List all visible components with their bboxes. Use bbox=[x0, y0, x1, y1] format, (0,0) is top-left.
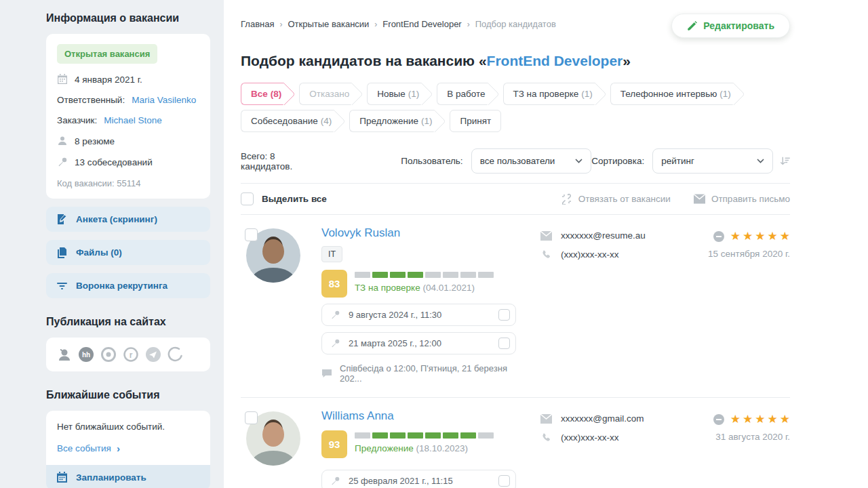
progress-segment bbox=[478, 432, 494, 439]
list-controls: Всего: 8 кандидатов. Пользователь: все п… bbox=[241, 148, 790, 174]
meeting-checkbox[interactable] bbox=[498, 338, 510, 349]
comment-bubble-icon bbox=[321, 368, 332, 379]
paper-plane-icon[interactable] bbox=[145, 346, 161, 363]
document-pencil-icon bbox=[56, 214, 68, 225]
tab-предложение[interactable]: Предложение(1) bbox=[349, 110, 435, 132]
star-icon[interactable]: ★ bbox=[755, 230, 765, 242]
microphone-icon bbox=[330, 310, 340, 320]
microphone-icon bbox=[330, 476, 340, 486]
tab-в-работе[interactable]: В работе bbox=[437, 83, 488, 105]
sidebar-title: Информация о вакансии bbox=[46, 12, 210, 24]
star-icon[interactable]: ★ bbox=[743, 413, 753, 425]
phone-icon bbox=[540, 433, 552, 443]
stage-progress-bar bbox=[355, 272, 494, 278]
meeting-item[interactable]: 25 февраля 2021 г., 11:15 bbox=[321, 470, 516, 488]
progress-segment bbox=[355, 272, 370, 278]
sidebar-item-label: Файлы (0) bbox=[76, 247, 122, 258]
candidate-name-link[interactable]: Williams Anna bbox=[321, 409, 394, 422]
progress-segment bbox=[478, 272, 494, 278]
headhunter-hh-icon[interactable]: hh bbox=[78, 346, 94, 363]
tab-label: ТЗ на проверке bbox=[513, 89, 579, 99]
progress-segment bbox=[425, 432, 441, 439]
total-count: Всего: 8 кандидатов. bbox=[241, 151, 319, 171]
remove-rating-icon[interactable] bbox=[713, 414, 724, 425]
candidate-added-date: 15 сентября 2020 г. bbox=[708, 249, 790, 259]
svg-text:hh: hh bbox=[82, 351, 90, 359]
meeting-checkbox[interactable] bbox=[498, 309, 510, 321]
robota-person-icon[interactable] bbox=[56, 346, 72, 363]
microphone-icon bbox=[57, 157, 68, 167]
remove-rating-icon[interactable] bbox=[713, 231, 724, 242]
calendar-icon bbox=[57, 74, 68, 85]
star-icon[interactable]: ★ bbox=[730, 413, 741, 425]
responsible-label: Ответственный: bbox=[57, 95, 125, 105]
tab-новые[interactable]: Новые(1) bbox=[367, 83, 422, 105]
customer-link[interactable]: Michael Stone bbox=[104, 115, 162, 125]
star-icon[interactable]: ★ bbox=[780, 413, 790, 425]
schedule-button[interactable]: Запланировать bbox=[46, 465, 210, 488]
sidebar-item-files[interactable]: Файлы (0) bbox=[46, 240, 210, 265]
funnel-icon bbox=[56, 280, 68, 291]
responsible-link[interactable]: Maria Vasilenko bbox=[132, 95, 196, 105]
sort-label: Сортировка: bbox=[591, 156, 644, 166]
r-circle-icon[interactable]: r bbox=[123, 346, 139, 363]
meeting-checkbox[interactable] bbox=[498, 475, 510, 487]
star-icon[interactable]: ★ bbox=[755, 413, 765, 425]
tab-тз-на-проверке[interactable]: ТЗ на проверке(1) bbox=[503, 83, 595, 105]
user-select[interactable]: все пользователи bbox=[471, 148, 592, 174]
candidate-added-date: 31 августа 2020 г. bbox=[713, 432, 790, 442]
sort-direction-icon[interactable] bbox=[780, 155, 790, 167]
send-letter-button[interactable]: Отправить письмо bbox=[694, 193, 790, 205]
star-icon[interactable]: ★ bbox=[743, 230, 753, 242]
vacancy-date-row: 4 января 2021 г. bbox=[57, 74, 199, 85]
breadcrumb-item[interactable]: FrontEnd Developer bbox=[382, 19, 461, 29]
tab-все[interactable]: Все(8) bbox=[241, 83, 284, 105]
dot-circle-icon[interactable] bbox=[100, 346, 117, 363]
star-icon[interactable]: ★ bbox=[780, 230, 790, 242]
breadcrumb-item[interactable]: Открытые вакансии bbox=[288, 19, 369, 29]
open-circle-icon[interactable] bbox=[167, 346, 184, 363]
customer-row: Заказчик: Michael Stone bbox=[57, 115, 199, 125]
events-card: Нет ближайших событий. Все события › bbox=[46, 411, 210, 465]
sidebar-item-questionnaire[interactable]: Анкета (скрининг) bbox=[46, 207, 210, 232]
tab-телефонное-интервью[interactable]: Телефонное интервью(1) bbox=[610, 83, 734, 105]
user-filter-label: Пользователь: bbox=[401, 156, 462, 166]
envelope-icon bbox=[540, 231, 552, 241]
tab-принят[interactable]: Принят bbox=[450, 110, 501, 132]
page-title: Подбор кандидатов на вакансию «FrontEnd … bbox=[241, 53, 790, 69]
edit-button[interactable]: Редактировать bbox=[671, 14, 790, 38]
tab-отказано[interactable]: Отказано bbox=[299, 83, 352, 105]
star-icon[interactable]: ★ bbox=[768, 230, 778, 242]
candidate-checkbox[interactable] bbox=[245, 411, 258, 424]
progress-segment bbox=[460, 272, 476, 278]
meeting-item[interactable]: 21 марта 2025 г., 12:00 bbox=[321, 332, 516, 354]
tab-label: Отказано bbox=[309, 89, 349, 99]
candidate-email: xxxxxxx@resume.au bbox=[561, 230, 646, 241]
candidate-checkbox[interactable] bbox=[245, 228, 258, 241]
progress-segment bbox=[443, 432, 458, 439]
tab-label: Все bbox=[251, 89, 268, 99]
breadcrumb-item[interactable]: Главная bbox=[241, 19, 274, 29]
files-icon bbox=[56, 247, 68, 258]
tab-count: (1) bbox=[719, 89, 731, 99]
candidate-name-link[interactable]: Volovyk Ruslan bbox=[321, 226, 400, 239]
vacancy-name: FrontEnd Developer bbox=[487, 53, 623, 68]
all-events-link[interactable]: Все события › bbox=[57, 443, 120, 454]
person-icon bbox=[57, 136, 68, 146]
sidebar-item-label: Воронка рекрутинга bbox=[76, 281, 167, 291]
tab-собеседование[interactable]: Собеседование(4) bbox=[241, 110, 334, 132]
candidate-comment: Співбесіда о 12:00, П'ятниця, 21 березня… bbox=[321, 363, 516, 384]
meeting-item[interactable]: 9 августа 2024 г., 11:30 bbox=[321, 304, 516, 326]
candidate-status: Предложение (18.10.2023) bbox=[355, 443, 494, 453]
star-icon[interactable]: ★ bbox=[768, 413, 778, 425]
sidebar-item-funnel[interactable]: Воронка рекрутинга bbox=[46, 273, 210, 298]
envelope-icon bbox=[540, 414, 552, 424]
candidate-phone: (xxx)xxx-xx-xx bbox=[561, 249, 618, 260]
select-all-checkbox[interactable] bbox=[241, 192, 254, 205]
customer-label: Заказчик: bbox=[57, 115, 97, 125]
tab-label: Собеседование bbox=[251, 116, 318, 126]
star-icon[interactable]: ★ bbox=[730, 230, 741, 242]
unlink-from-vacancy-button[interactable]: Отвязать от вакансии bbox=[561, 193, 671, 205]
sort-select[interactable]: рейтинг bbox=[652, 148, 773, 174]
tab-count: (1) bbox=[581, 89, 593, 99]
